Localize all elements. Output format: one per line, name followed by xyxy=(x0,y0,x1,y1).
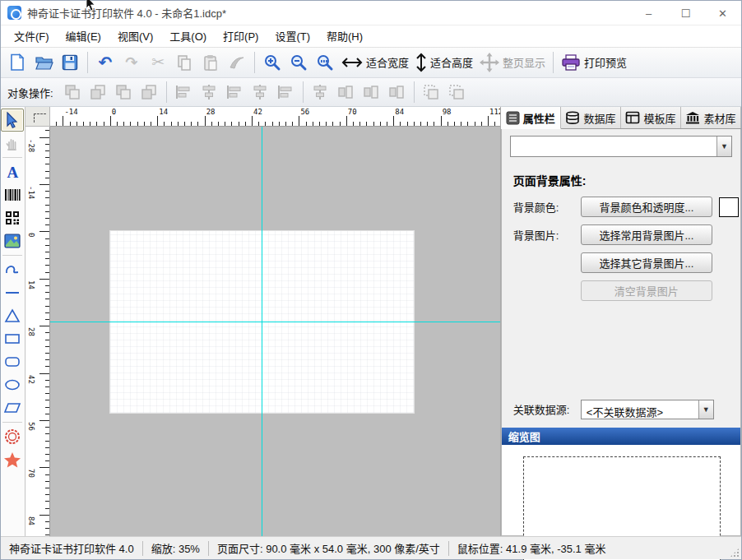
vruler-label: 28 xyxy=(27,327,35,336)
fit-page-button: 整页显示 xyxy=(476,50,549,75)
hand-icon xyxy=(4,135,21,151)
main-toolbar: ↶↷✂适合宽度适合高度整页显示打印预览 xyxy=(1,48,741,78)
zoom-out-icon xyxy=(290,53,308,72)
layers2-icon xyxy=(89,83,107,101)
save-icon xyxy=(62,54,78,71)
menu-view[interactable]: 视图(V) xyxy=(109,25,161,47)
menu-settings[interactable]: 设置(T) xyxy=(267,25,318,47)
open-button[interactable] xyxy=(30,50,57,75)
hruler-label: 14 xyxy=(159,108,168,116)
hruler-label: 84 xyxy=(395,108,404,116)
statusbar-app-name: 神奇证卡证书打印软件 4.0 xyxy=(1,540,142,556)
fit-height-button[interactable]: 适合高度 xyxy=(412,50,476,75)
toolbar-separator xyxy=(414,81,415,103)
bg-color-button[interactable]: 背景颜色和透明度... xyxy=(581,197,712,217)
text-tool[interactable]: A xyxy=(1,160,24,183)
rectangle-tool[interactable] xyxy=(1,327,24,350)
parallelogram-tool[interactable] xyxy=(1,396,24,419)
curve-tool[interactable] xyxy=(1,258,24,281)
align-bottom-button xyxy=(273,81,299,104)
chevron-down-icon[interactable]: ▼ xyxy=(698,400,713,419)
chevron-down-icon[interactable]: ▼ xyxy=(716,137,731,156)
delete-icon xyxy=(229,54,245,71)
tab-materials[interactable]: 素材库 xyxy=(681,107,741,128)
tab-templates[interactable]: 模板库 xyxy=(621,107,681,128)
new-button[interactable] xyxy=(4,50,30,75)
bg-color-label: 背景颜色: xyxy=(513,199,581,215)
tab-templates-label: 模板库 xyxy=(643,110,675,126)
resize-grip[interactable] xyxy=(730,548,740,558)
size-icon xyxy=(336,83,355,101)
barcode-icon xyxy=(4,188,21,201)
zoom-actual-icon xyxy=(316,53,334,72)
size-icon xyxy=(387,83,406,101)
close-button[interactable]: ✕ xyxy=(704,1,741,25)
tab-database[interactable]: 数据库 xyxy=(561,107,621,128)
zoom-actual-button[interactable] xyxy=(312,50,338,75)
toolbar-separator xyxy=(254,52,255,73)
menu-print[interactable]: 打印(P) xyxy=(215,25,267,47)
object-selector-combobox[interactable]: ▼ xyxy=(510,136,732,157)
equal-height-button xyxy=(359,81,384,104)
pan-tool[interactable] xyxy=(1,132,24,155)
line-tool[interactable] xyxy=(1,281,24,304)
minimize-button[interactable]: – xyxy=(630,1,667,25)
align-right-button xyxy=(222,81,248,104)
datasource-label: 关联数据源: xyxy=(513,401,581,417)
toolbar-separator xyxy=(87,52,88,73)
new-document-icon xyxy=(9,53,26,72)
select-tool[interactable] xyxy=(1,109,24,132)
undo-button[interactable]: ↶ xyxy=(92,50,118,75)
design-canvas[interactable] xyxy=(50,127,500,536)
choose-common-bg-button[interactable]: 选择常用背景图片... xyxy=(581,224,712,245)
bg-image-label: 背景图片: xyxy=(513,227,581,243)
menu-edit[interactable]: 编辑(E) xyxy=(58,25,109,47)
menu-tools[interactable]: 工具(O) xyxy=(161,25,215,47)
stamp-tool[interactable] xyxy=(1,425,24,448)
ellipse-icon xyxy=(4,378,21,391)
menubar: 文件(F)编辑(E)视图(V)工具(O)打印(P)设置(T)帮助(H) xyxy=(1,25,741,48)
triangle-tool[interactable] xyxy=(1,304,24,327)
palette-separator xyxy=(2,422,22,423)
toolbar-separator xyxy=(553,52,554,73)
align-icon xyxy=(276,83,294,101)
vruler-label: 70 xyxy=(27,469,35,478)
align-middle-vertical-button xyxy=(308,81,333,104)
copy-icon xyxy=(176,54,192,71)
maximize-button[interactable]: ☐ xyxy=(667,1,704,25)
section-title: 页面背景属性: xyxy=(513,172,740,188)
hruler-label: 42 xyxy=(253,108,262,116)
print-preview-button[interactable]: 打印预览 xyxy=(558,50,630,75)
copy-button xyxy=(171,50,197,75)
image-tool[interactable] xyxy=(1,229,24,252)
menu-file[interactable]: 文件(F) xyxy=(6,25,58,47)
datasource-value: <不关联数据源> xyxy=(582,400,698,419)
hruler-label: 98 xyxy=(443,108,452,116)
align2-icon xyxy=(251,83,269,101)
barcode-tool[interactable] xyxy=(1,183,24,206)
align2-icon xyxy=(200,83,218,101)
undo-icon: ↶ xyxy=(99,54,113,71)
thumbnail-header: 缩览图 xyxy=(502,428,740,445)
rounded-rect-tool[interactable] xyxy=(1,350,24,373)
database-icon xyxy=(565,111,580,125)
layers-icon xyxy=(114,83,132,101)
open-folder-icon xyxy=(35,54,53,71)
fit-width-button[interactable]: 适合宽度 xyxy=(338,50,412,75)
datasource-combobox[interactable]: <不关联数据源> ▼ xyxy=(581,400,714,419)
align-left-button xyxy=(171,81,197,104)
save-button[interactable] xyxy=(57,50,83,75)
zoom-in-button[interactable] xyxy=(259,50,285,75)
star-tool[interactable] xyxy=(1,448,24,471)
ungroup-objects-button xyxy=(444,81,470,104)
bg-color-swatch[interactable] xyxy=(719,197,739,217)
triangle-icon xyxy=(4,308,21,323)
tab-properties[interactable]: 属性栏 xyxy=(501,107,561,129)
qrcode-tool[interactable] xyxy=(1,206,24,229)
zoom-out-button[interactable] xyxy=(285,50,312,75)
ellipse-tool[interactable] xyxy=(1,373,24,396)
choose-other-bg-button[interactable]: 选择其它背景图片... xyxy=(581,252,712,273)
qrcode-icon xyxy=(5,211,20,225)
app-window: 神奇证卡证书打印软件 4.0 - 未命名1.idcp* –☐✕ 文件(F)编辑(… xyxy=(0,0,742,560)
menu-help[interactable]: 帮助(H) xyxy=(318,25,371,47)
